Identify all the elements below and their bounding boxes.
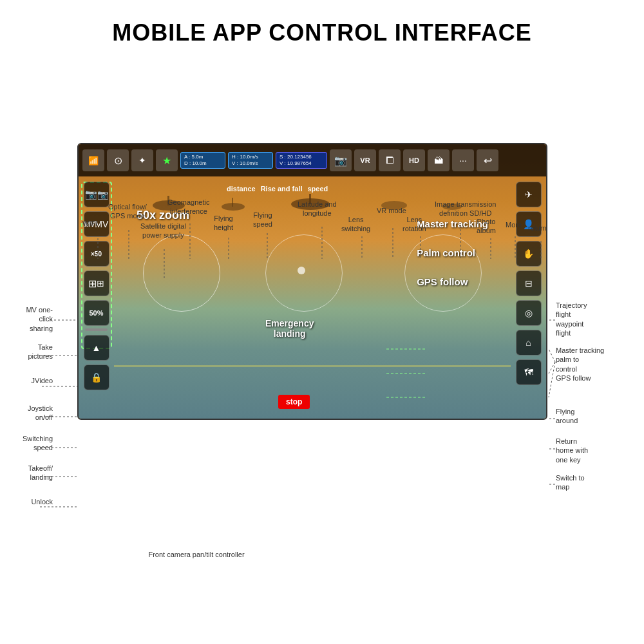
- camera-mode-icon[interactable]: [107, 149, 129, 171]
- ann-trajectory: Trajectoryflightwaypointflight: [556, 301, 633, 337]
- ann-flying-speed: Flyingspeed: [253, 211, 272, 229]
- ann-switch-map: Switch tomap: [556, 473, 633, 492]
- drone-screen: A : 5.0mD : 10.0m H : 10.0m/sV : 10.0m/s…: [77, 143, 547, 420]
- rise-fall-label: Rise and fall: [261, 185, 303, 193]
- ann-unlock: Unlock: [5, 497, 53, 506]
- page-title: MOBILE APP CONTROL INTERFACE: [0, 0, 644, 59]
- ann-return-home: Returnhome withone key: [556, 437, 633, 464]
- svg-line-22: [549, 349, 555, 362]
- ann-lens-rotation: Lensrotation: [402, 215, 426, 234]
- ann-satellite: Satellite digitalpower supply: [140, 222, 186, 240]
- takeoff-btn[interactable]: ▲: [84, 335, 109, 361]
- speed-label: speed: [307, 185, 328, 193]
- more-btn[interactable]: [452, 149, 474, 171]
- speed-data: H : 10.0m/sV : 10.0m/s: [228, 152, 273, 169]
- distance-label: distance: [227, 185, 256, 193]
- zoom-btn[interactable]: ×50: [84, 241, 109, 267]
- top-toolbar: A : 5.0mD : 10.0m H : 10.0m/sV : 10.0m/s…: [79, 144, 546, 176]
- right-sidebar: ✈ 👤 ✋ ⊟ ◎ ⌂ 🗺: [511, 176, 546, 419]
- ann-optical-gps: Optical flow/GPS mode: [108, 202, 147, 221]
- svg-rect-34: [232, 198, 233, 207]
- stop-button[interactable]: stop: [278, 395, 310, 409]
- ann-joystick: Joystickon/off: [5, 404, 53, 422]
- diagram-container: WIFI Optical flow/GPS mode Geomagneticin…: [0, 59, 644, 587]
- ann-img-transmission: Image transmissiondefinition SD/HD: [435, 200, 496, 218]
- ann-more: More: [506, 220, 522, 229]
- palm-control-btn[interactable]: ✋: [516, 241, 542, 267]
- ann-master-tracking-group: Master trackingpalm tocontrolGPS follow: [556, 346, 633, 383]
- vr-btn[interactable]: [354, 149, 376, 171]
- emergency-landing-label: Emergencylanding: [265, 318, 314, 339]
- back-btn[interactable]: [477, 149, 498, 171]
- gps-follow-btn[interactable]: ⊟: [516, 270, 542, 296]
- lock-btn[interactable]: 🔒: [84, 365, 109, 390]
- ann-return: return: [528, 223, 547, 232]
- trajectory-btn[interactable]: ✈: [516, 182, 542, 207]
- ann-geomagnetic: Geomagneticinterference: [167, 198, 209, 216]
- gps-star-icon[interactable]: [156, 149, 178, 171]
- center-status-labels: distance Rise and fall speed: [227, 185, 328, 193]
- ann-flying-around: Flyingaround: [556, 407, 633, 426]
- ann-pantilt: Front camera pan/tilt controller: [100, 550, 293, 559]
- ann-switching-speed: Switchingspeed: [5, 434, 53, 453]
- camera-btn[interactable]: 📷: [330, 149, 352, 171]
- gallery-btn[interactable]: [428, 149, 450, 171]
- ann-photo-album: Photoalbum: [477, 217, 496, 236]
- ann-wifi: WIFI: [82, 219, 97, 228]
- gps-follow-label: GPS follow: [417, 276, 488, 287]
- palm-control-label: Palm control: [417, 247, 488, 258]
- wifi-icon[interactable]: [82, 149, 104, 171]
- svg-line-24: [549, 362, 555, 397]
- lens-switch-btn[interactable]: [379, 149, 401, 171]
- dot-center: [298, 267, 305, 274]
- shore-line: [114, 365, 511, 367]
- ann-lat-long: Latitude andlongitude: [298, 200, 337, 218]
- ann-mv-sharing: MV one-clicksharing: [5, 305, 53, 333]
- switch-map-btn[interactable]: 🗺: [516, 359, 542, 385]
- svg-line-23: [549, 362, 555, 374]
- flying-around-btn[interactable]: ◎: [516, 300, 542, 326]
- joystick-btn[interactable]: ⊞: [84, 270, 109, 296]
- ann-take-pictures: Takepictures: [5, 343, 53, 361]
- distance-data: A : 5.0mD : 10.0m: [180, 152, 225, 169]
- return-home-btn[interactable]: ⌂: [516, 330, 542, 355]
- ann-takeoff-landing: Takeoff/landing: [5, 464, 53, 482]
- crosshair-left: [143, 234, 220, 312]
- ann-flying-height: Flyingheight: [214, 214, 233, 232]
- hd-btn[interactable]: [403, 149, 425, 171]
- speed-bar: [85, 328, 108, 331]
- speed-50-btn[interactable]: 50%: [84, 300, 109, 326]
- gps-coord-data: S : 20.123456V : 10.987654: [276, 152, 327, 169]
- signal-icon[interactable]: [131, 149, 153, 171]
- ann-jvideo: JVideo: [5, 376, 53, 385]
- take-picture-btn[interactable]: 📷: [84, 182, 109, 207]
- ann-vr-mode: VR mode: [377, 206, 406, 215]
- ann-lens-switching: Lensswitching: [341, 215, 370, 234]
